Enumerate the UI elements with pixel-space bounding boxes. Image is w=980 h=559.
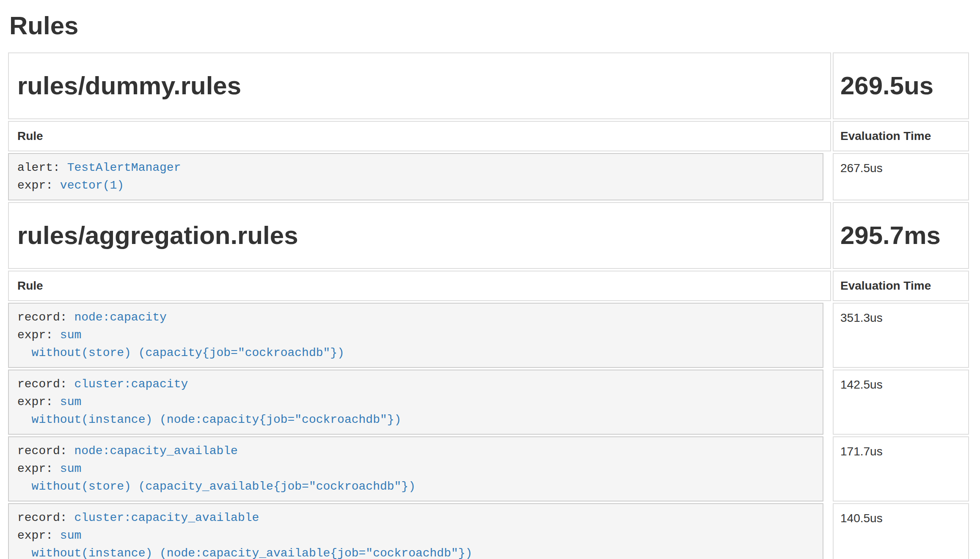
rule-type-key: record:	[17, 378, 74, 391]
group-evaluation-total: 269.5us	[840, 72, 933, 100]
group-file-name: rules/aggregation.rules	[17, 222, 298, 249]
page-title: Rules	[9, 10, 969, 41]
expr-link[interactable]: sum	[60, 462, 81, 475]
rule-code-block: record: node:capacity_available expr: su…	[8, 436, 823, 501]
evaluation-time-column-header: Evaluation Time	[833, 121, 969, 151]
rule-code-block: record: cluster:capacity expr: sum witho…	[8, 370, 823, 435]
group-evaluation-total-cell: 269.5us	[833, 52, 969, 119]
rule-column-header: Rule	[8, 271, 831, 301]
expr-key: expr:	[17, 395, 60, 408]
expr-key: expr:	[17, 329, 60, 342]
expr-link[interactable]: sum	[60, 529, 81, 542]
group-header-cell: rules/dummy.rules	[8, 52, 831, 119]
expr-continuation-link[interactable]: without(instance) (node:capacity{job="co…	[17, 413, 401, 426]
rule-row: record: node:capacity expr: sum without(…	[8, 303, 831, 368]
expr-continuation-link[interactable]: without(store) (capacity{job="cockroachd…	[17, 346, 344, 359]
rules-page: Rules rules/dummy.rules 269.5us Rule Eva…	[0, 0, 980, 559]
rule-row: record: cluster:capacity_available expr:…	[8, 503, 831, 559]
rule-type-key: record:	[17, 311, 74, 324]
group-evaluation-total-cell: 295.7ms	[833, 202, 969, 269]
evaluation-time-value: 171.7us	[833, 436, 969, 501]
rule-row: record: cluster:capacity expr: sum witho…	[8, 370, 831, 435]
rule-type-key: alert:	[17, 161, 67, 174]
evaluation-time-value: 267.5us	[833, 153, 969, 200]
expr-continuation-link[interactable]: without(store) (capacity_available{job="…	[17, 480, 416, 493]
rule-name-link[interactable]: TestAlertManager	[67, 161, 181, 174]
rule-row: record: node:capacity_available expr: su…	[8, 436, 831, 501]
rule-type-key: record:	[17, 511, 74, 524]
group-file-name: rules/dummy.rules	[17, 72, 241, 100]
rule-type-key: record:	[17, 444, 74, 458]
expr-link[interactable]: vector(1)	[60, 179, 124, 192]
expr-key: expr:	[17, 462, 60, 475]
rule-name-link[interactable]: node:capacity_available	[74, 444, 237, 458]
rule-name-link[interactable]: cluster:capacity	[74, 378, 188, 391]
expr-key: expr:	[17, 529, 60, 542]
rule-name-link[interactable]: node:capacity	[74, 311, 166, 324]
rule-row: alert: TestAlertManager expr: vector(1)	[8, 153, 831, 200]
expr-key: expr:	[17, 179, 60, 192]
group-evaluation-total: 295.7ms	[840, 222, 941, 249]
rule-code-block: alert: TestAlertManager expr: vector(1)	[8, 153, 823, 200]
rule-column-header: Rule	[8, 121, 831, 151]
expr-link[interactable]: sum	[60, 329, 81, 342]
rules-table: rules/dummy.rules 269.5us Rule Evaluatio…	[8, 52, 969, 559]
expr-link[interactable]: sum	[60, 395, 81, 408]
evaluation-time-column-header: Evaluation Time	[833, 271, 969, 301]
evaluation-time-value: 351.3us	[833, 303, 969, 368]
group-header-cell: rules/aggregation.rules	[8, 202, 831, 269]
rule-code-block: record: cluster:capacity_available expr:…	[8, 503, 823, 559]
evaluation-time-value: 142.5us	[833, 370, 969, 435]
expr-continuation-link[interactable]: without(instance) (node:capacity_availab…	[17, 547, 472, 559]
evaluation-time-value: 140.5us	[833, 503, 969, 559]
rule-code-block: record: node:capacity expr: sum without(…	[8, 303, 823, 368]
rule-name-link[interactable]: cluster:capacity_available	[74, 511, 259, 524]
